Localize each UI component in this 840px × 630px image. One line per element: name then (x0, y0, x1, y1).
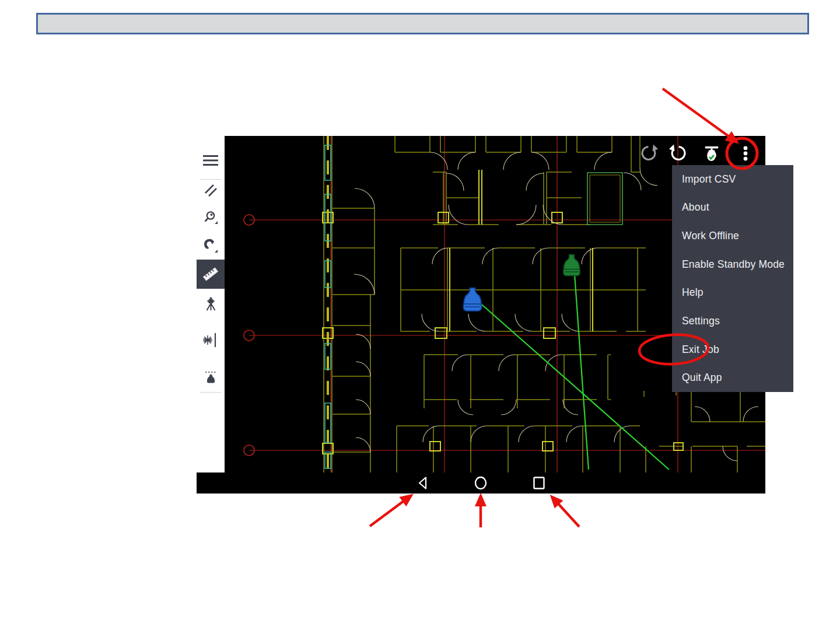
arrow-to-recents-button (554, 499, 579, 527)
app-window: Import CSV About Work Offline Enable Sta… (197, 136, 765, 494)
recents-button[interactable] (531, 475, 547, 491)
magnet-icon (203, 238, 219, 254)
prism-marker-green[interactable] (564, 254, 580, 275)
snap-tool[interactable] (197, 233, 225, 258)
redo-button[interactable] (639, 144, 659, 163)
overflow-menu: Import CSV About Work Offline Enable Sta… (672, 165, 793, 392)
laser-tool[interactable] (197, 327, 225, 353)
menu-item-work-offline[interactable]: Work Offline (672, 222, 793, 250)
magnifier-icon (203, 210, 219, 226)
hamburger-icon (203, 155, 218, 166)
draw-line-icon (203, 182, 218, 197)
measure-tool-selected[interactable] (197, 260, 225, 289)
laser-icon (202, 331, 219, 349)
draw-line-tool[interactable] (197, 177, 225, 202)
total-station-tool[interactable] (197, 291, 225, 317)
overflow-menu-button[interactable] (736, 144, 755, 163)
menu-item-import-csv[interactable]: Import CSV (672, 165, 793, 194)
title-placeholder-box (36, 13, 809, 34)
back-icon (415, 475, 430, 491)
ruler-icon (202, 265, 219, 283)
sidebar-divider (200, 392, 222, 393)
arrow-to-overflow-menu (663, 89, 734, 140)
menu-item-help[interactable]: Help (672, 279, 793, 307)
cad-canvas[interactable]: Import CSV About Work Offline Enable Sta… (225, 136, 765, 473)
measurement-lines (478, 274, 669, 470)
home-button[interactable] (473, 475, 488, 491)
back-button[interactable] (415, 475, 430, 491)
zoom-tool[interactable] (197, 205, 225, 230)
hamburger-menu-button[interactable] (197, 148, 225, 173)
home-icon (473, 475, 488, 491)
android-navbar (197, 473, 765, 494)
prism-icon (203, 370, 219, 386)
total-station-icon (203, 296, 219, 312)
menu-item-enable-standby-mode[interactable]: Enable Standby Mode (672, 250, 793, 279)
menu-item-about[interactable]: About (672, 194, 793, 222)
prism-marker-blue[interactable] (463, 288, 481, 312)
recents-icon (531, 475, 547, 491)
arrow-to-back-button (370, 498, 408, 526)
menu-item-quit-app[interactable]: Quit App (672, 363, 793, 392)
overflow-menu-icon (736, 144, 755, 163)
tutorial-page: { "header_box": { "text": "" }, "app": {… (0, 0, 840, 630)
prism-tool[interactable] (197, 365, 225, 390)
tool-sidebar (197, 140, 225, 473)
instrument-check-button[interactable] (702, 144, 722, 163)
menu-item-settings[interactable]: Settings (672, 307, 793, 335)
undo-button[interactable] (668, 144, 688, 163)
menu-item-exit-job[interactable]: Exit Job (672, 335, 793, 364)
green-room (587, 173, 622, 225)
wall-accents (323, 170, 683, 454)
